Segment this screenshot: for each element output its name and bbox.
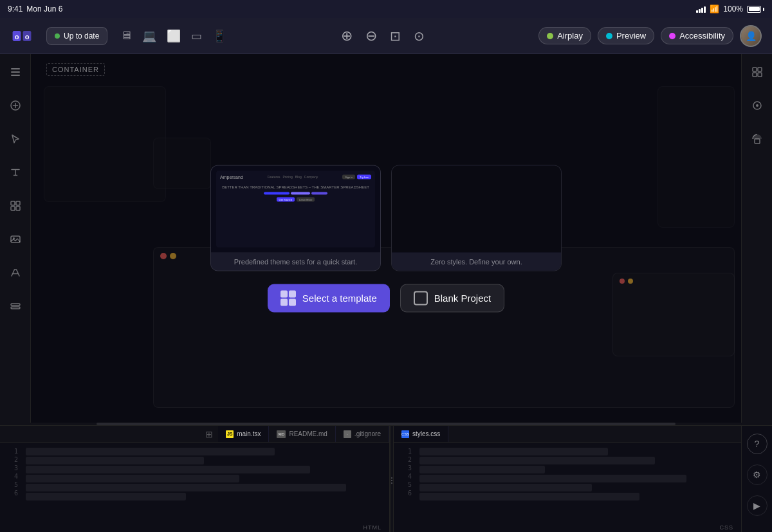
predefined-template-card[interactable]: Ampersand Features Pricing Blog Company … — [210, 165, 381, 271]
code-line — [419, 475, 686, 482]
svg-rect-10 — [11, 206, 15, 210]
code-line — [419, 457, 655, 464]
svg-rect-8 — [11, 201, 15, 205]
play-icon[interactable]: ▶ — [747, 495, 767, 516]
bottom-tab-js[interactable]: JS main.tsx — [218, 426, 269, 442]
left-sidebar — [0, 54, 31, 423]
code-line — [26, 493, 186, 500]
zoom-out-button[interactable]: ⊖ — [365, 28, 377, 44]
tab-md-label: README.md — [289, 430, 327, 437]
sidebar-components-icon[interactable] — [5, 196, 26, 216]
date: Mon Jun 6 — [26, 5, 62, 14]
bottom-tab-md[interactable]: MD README.md — [269, 426, 335, 442]
template-modal: Ampersand Features Pricing Blog Company … — [199, 165, 573, 312]
code-line — [26, 457, 204, 464]
md-icon: MD — [277, 430, 286, 438]
select-template-icon — [280, 290, 296, 306]
bottom-tab-git[interactable]: · .gitignore — [336, 426, 389, 442]
window-close-dot — [160, 253, 167, 259]
svg-rect-17 — [758, 68, 762, 71]
fit-screen-button[interactable]: ⊡ — [390, 28, 401, 44]
svg-rect-22 — [755, 139, 760, 143]
svg-point-13 — [13, 237, 15, 239]
zero-styles-template-card[interactable]: Zero styles. Define your own. — [391, 165, 562, 271]
airplay-dot — [547, 33, 553, 39]
toolbar-right: Airplay Preview Accessibility 👤 — [538, 25, 762, 47]
bg-window-top-left — [44, 86, 166, 202]
css-icon: CSS — [401, 430, 409, 438]
toolbar: o o Up to date 🖥 💻 ⬜ ▭ 📱 ⊕ ⊖ ⊡ ⊙ Airplay… — [0, 18, 772, 54]
template-actions: Select a template Blank Project — [268, 284, 504, 312]
airplay-button[interactable]: Airplay — [538, 27, 591, 44]
laptop-icon[interactable]: 💻 — [142, 29, 156, 43]
desktop-icon[interactable]: 🖥 — [120, 29, 132, 42]
svg-rect-5 — [11, 71, 20, 73]
status-left: 9:41 Mon Jun 6 — [8, 5, 62, 14]
accessibility-button[interactable]: Accessibility — [661, 27, 733, 44]
code-lines — [26, 448, 381, 529]
sidebar-text-icon[interactable] — [5, 162, 26, 183]
sidebar-sticker-icon[interactable] — [5, 296, 26, 316]
bottom-split-button[interactable]: ⊞ — [200, 429, 218, 439]
right-sidebar-icon-1[interactable] — [747, 62, 767, 82]
bottom-right-panel: CSS styles.css 1 2 3 4 5 6 CSS — [394, 426, 741, 532]
sidebar-layers-icon[interactable] — [5, 62, 26, 82]
select-template-button[interactable]: Select a template — [268, 284, 390, 312]
tab-js-label: main.tsx — [237, 430, 261, 437]
code-line — [419, 448, 608, 455]
sidebar-cursor-icon[interactable] — [5, 129, 26, 149]
bottom-right-code-area: 1 2 3 4 5 6 — [394, 443, 741, 532]
right-file-type: CSS — [719, 524, 733, 531]
tablet-small-icon[interactable]: ▭ — [191, 29, 202, 43]
blank-project-label: Blank Project — [434, 293, 491, 304]
svg-rect-15 — [11, 307, 20, 309]
bottom-left-panel: ⊞ JS main.tsx MD README.md · .gitignore … — [0, 426, 390, 532]
avatar[interactable]: 👤 — [740, 25, 762, 47]
code-line — [26, 466, 310, 473]
screenshot-button[interactable]: ⊙ — [414, 28, 425, 44]
mobile-icon[interactable]: 📱 — [212, 29, 226, 43]
sidebar-image-icon[interactable] — [5, 229, 26, 250]
sidebar-font-icon[interactable] — [5, 262, 26, 283]
tablet-icon[interactable]: ⬜ — [167, 29, 181, 43]
settings-icon[interactable]: ⚙ — [747, 464, 767, 485]
right-sidebar-icon-2[interactable] — [747, 95, 767, 116]
bottom-right-tab-css[interactable]: CSS styles.css — [394, 426, 448, 442]
zoom-in-button[interactable]: ⊕ — [341, 28, 353, 44]
right-sidebar — [741, 54, 772, 423]
update-button[interactable]: Up to date — [46, 27, 107, 45]
blank-project-button[interactable]: Blank Project — [400, 284, 504, 312]
bottom-code-area: 1 2 3 4 5 6 — [0, 443, 389, 532]
svg-rect-14 — [11, 304, 20, 306]
bg-window-small-right — [612, 273, 735, 356]
airplay-label: Airplay — [557, 31, 583, 41]
right-sidebar-icon-3[interactable] — [747, 129, 767, 149]
svg-text:o: o — [25, 32, 30, 40]
help-icon[interactable]: ? — [747, 434, 767, 454]
svg-rect-19 — [758, 73, 762, 77]
right-line-numbers: 1 2 3 4 5 6 — [401, 448, 412, 529]
svg-rect-12 — [11, 236, 20, 243]
select-template-label: Select a template — [302, 293, 377, 304]
battery-icon — [747, 6, 764, 13]
preview-button[interactable]: Preview — [598, 27, 654, 44]
wifi-icon: 📶 — [710, 5, 719, 14]
git-icon: · — [344, 430, 351, 438]
tab-git-label: .gitignore — [354, 430, 381, 437]
svg-rect-18 — [753, 73, 757, 77]
logo: o o — [10, 24, 33, 48]
horizontal-scrollbar — [0, 423, 772, 425]
sidebar-add-icon[interactable] — [5, 95, 26, 116]
svg-rect-4 — [11, 68, 20, 69]
bottom-left-tabs: ⊞ JS main.tsx MD README.md · .gitignore — [0, 426, 389, 443]
canvas-area: CONTAINER — [31, 54, 741, 423]
window-dot-1 — [620, 279, 625, 284]
tab-css-label: styles.css — [412, 430, 440, 437]
js-icon: JS — [226, 430, 234, 438]
svg-rect-16 — [753, 68, 757, 71]
toolbar-center: ⊕ ⊖ ⊡ ⊙ — [234, 28, 531, 44]
blank-project-icon — [414, 291, 428, 305]
line-numbers: 1 2 3 4 5 6 — [8, 448, 18, 529]
code-line — [419, 466, 545, 473]
right-code-lines — [419, 448, 733, 529]
